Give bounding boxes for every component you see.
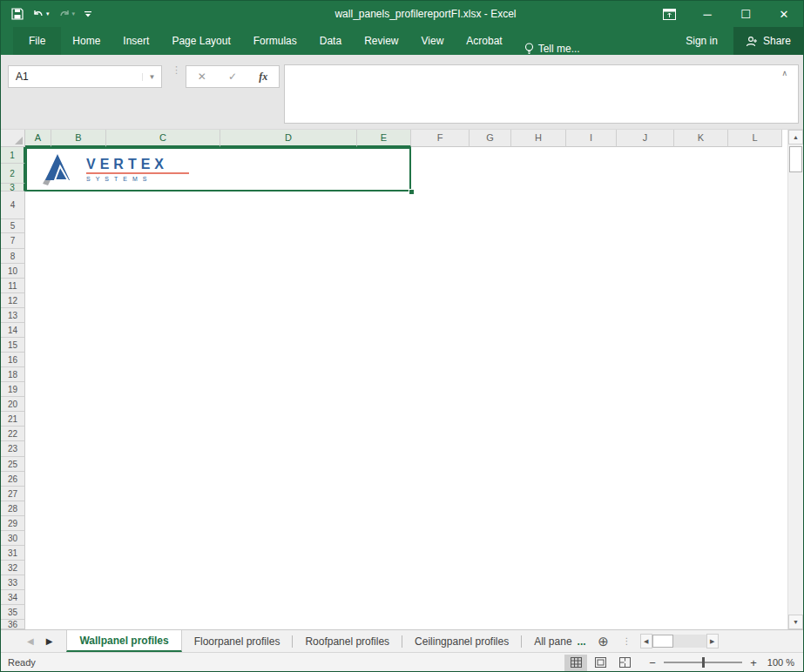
tab-acrobat[interactable]: Acrobat [455,27,513,55]
zoom-in-icon[interactable]: + [749,656,758,669]
undo-button[interactable]: ▾ [32,9,50,19]
sign-in-link[interactable]: Sign in [670,27,733,55]
row-header-23[interactable]: 23 [1,441,25,457]
row-header-1[interactable]: 1 [1,147,25,164]
redo-button[interactable]: ▾ [58,9,76,19]
selection-fill-handle[interactable] [409,189,415,195]
vertical-scroll-thumb[interactable] [789,146,802,172]
row-header-4[interactable]: 4 [1,192,25,219]
row-header-15[interactable]: 15 [1,338,25,353]
undo-dropdown-icon[interactable]: ▾ [46,10,50,17]
column-header-J[interactable]: J [617,130,674,147]
row-header-13[interactable]: 13 [1,308,25,323]
row-header-33[interactable]: 33 [1,575,25,590]
column-header-B[interactable]: B [51,130,106,147]
row-header-35[interactable]: 35 [1,605,25,620]
column-header-E[interactable]: E [357,130,411,147]
row-header-8[interactable]: 8 [1,249,25,264]
tell-me-box[interactable]: Tell me... [514,43,591,55]
row-header-30[interactable]: 30 [1,531,25,546]
next-sheet-icon[interactable]: ▶ [46,636,53,646]
select-all-corner[interactable] [1,130,25,147]
row-header-29[interactable]: 29 [1,516,25,531]
share-button[interactable]: Share [733,27,803,55]
minimize-button[interactable]: ─ [688,1,726,27]
tab-view[interactable]: View [410,27,456,55]
row-header-2[interactable]: 2 [1,164,25,184]
row-header-14[interactable]: 14 [1,323,25,338]
column-header-L[interactable]: L [728,130,782,147]
sheet-tab-ceilingpanel[interactable]: Ceilingpanel profiles [402,630,521,652]
sheet-tab-floorpanel[interactable]: Floorpanel profiles [182,630,293,652]
row-header-18[interactable]: 18 [1,367,25,382]
tab-home[interactable]: Home [61,27,111,55]
new-sheet-icon[interactable]: ⊕ [591,634,616,649]
zoom-out-icon[interactable]: − [648,656,657,669]
scroll-up-icon[interactable]: ▲ [788,130,803,144]
zoom-slider-thumb[interactable] [702,657,705,668]
formula-input[interactable]: ∧ [284,64,799,124]
row-header-20[interactable]: 20 [1,397,25,412]
customize-quick-access-icon[interactable] [84,10,92,18]
page-break-view-icon[interactable] [613,655,636,671]
row-header-3[interactable]: 3 [1,184,25,192]
column-header-D[interactable]: D [220,130,357,147]
column-header-I[interactable]: I [566,130,617,147]
row-header-22[interactable]: 22 [1,427,25,441]
row-header-10[interactable]: 10 [1,264,25,279]
ribbon-display-options-icon[interactable] [650,1,688,27]
row-header-21[interactable]: 21 [1,412,25,427]
logo-selection[interactable]: VERTEX SYSTEMS [25,147,411,192]
sheet-tab-wallpanel[interactable]: Wallpanel profiles [66,630,181,652]
row-header-19[interactable]: 19 [1,382,25,397]
zoom-slider[interactable] [664,662,742,663]
row-header-11[interactable]: 11 [1,279,25,293]
zoom-level[interactable]: 100 % [767,657,803,668]
row-header-26[interactable]: 26 [1,472,25,487]
column-header-C[interactable]: C [106,130,220,147]
tab-formulas[interactable]: Formulas [242,27,308,55]
row-header-16[interactable]: 16 [1,353,25,367]
scroll-right-icon[interactable]: ▶ [706,634,719,648]
maximize-button[interactable]: ☐ [726,1,765,27]
name-box[interactable]: A1 ▼ [8,65,162,88]
column-header-A[interactable]: A [25,130,51,147]
cancel-icon[interactable]: ✕ [186,66,217,87]
collapse-formula-bar-icon[interactable]: ∧ [781,69,787,77]
row-header-28[interactable]: 28 [1,501,25,516]
row-header-7[interactable]: 7 [1,233,25,249]
row-header-31[interactable]: 31 [1,546,25,561]
tab-file[interactable]: File [13,27,61,55]
column-header-H[interactable]: H [511,130,566,147]
sheet-tab-allpanels[interactable]: All pane [522,630,575,652]
horizontal-scroll-track[interactable] [673,635,706,648]
tab-review[interactable]: Review [353,27,409,55]
scroll-left-icon[interactable]: ◀ [640,634,652,648]
vertical-scrollbar[interactable]: ▲ ▼ [787,130,803,629]
row-header-25[interactable]: 25 [1,457,25,472]
column-header-G[interactable]: G [470,130,511,147]
horizontal-scroll-thumb[interactable] [652,635,673,648]
enter-icon[interactable]: ✓ [217,66,247,87]
page-layout-view-icon[interactable] [589,655,611,671]
close-button[interactable]: ✕ [765,1,803,27]
insert-function-icon[interactable]: fx [248,66,279,87]
row-header-36[interactable]: 36 [1,620,25,629]
row-header-32[interactable]: 32 [1,561,25,575]
row-header-27[interactable]: 27 [1,487,25,501]
scroll-down-icon[interactable]: ▼ [788,615,803,629]
row-header-5[interactable]: 5 [1,219,25,233]
save-icon[interactable] [11,8,24,20]
horizontal-scrollbar[interactable]: ◀ ▶ [640,630,719,652]
sheet-tab-roofpanel[interactable]: Roofpanel profiles [293,630,402,652]
tab-insert[interactable]: Insert [111,27,160,55]
row-header-34[interactable]: 34 [1,590,25,605]
column-header-F[interactable]: F [411,130,470,147]
redo-dropdown-icon[interactable]: ▾ [72,10,76,17]
tab-page-layout[interactable]: Page Layout [160,27,241,55]
column-header-K[interactable]: K [674,130,728,147]
row-header-12[interactable]: 12 [1,293,25,308]
tab-data[interactable]: Data [308,27,353,55]
normal-view-icon[interactable] [564,655,587,671]
prev-sheet-icon[interactable]: ◀ [27,636,34,646]
